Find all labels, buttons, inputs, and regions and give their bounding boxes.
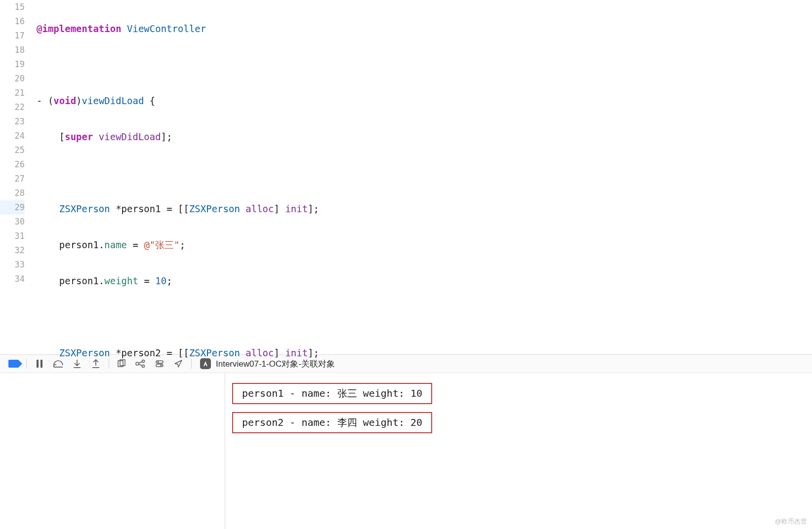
location-icon[interactable] <box>171 357 186 370</box>
process-name[interactable]: Interview07-1-OC对象-关联对象 <box>216 358 335 370</box>
svg-line-13 <box>139 364 142 366</box>
memory-graph-icon[interactable] <box>133 357 148 370</box>
line-number: 34 <box>0 272 25 286</box>
svg-rect-2 <box>54 367 63 368</box>
svg-line-12 <box>139 362 142 363</box>
separator <box>191 359 192 369</box>
line-number: 33 <box>0 258 25 272</box>
line-number: 18 <box>0 43 25 57</box>
breakpoint-toggle-icon[interactable] <box>6 357 21 370</box>
console-area[interactable]: person1 - name: 张三 weight: 10 person2 - … <box>0 373 812 529</box>
keyword: super <box>65 131 93 142</box>
line-number: 19 <box>0 57 25 72</box>
separator <box>26 359 27 369</box>
view-hierarchy-icon[interactable] <box>115 357 129 370</box>
line-number: 27 <box>0 172 25 186</box>
line-number: 22 <box>0 100 25 114</box>
code-editor[interactable]: 1516171819202122232425262728293031323334… <box>0 0 812 354</box>
svg-rect-14 <box>156 361 163 363</box>
svg-point-17 <box>161 365 162 366</box>
svg-point-11 <box>142 365 145 368</box>
line-number: 28 <box>0 186 25 200</box>
step-over-icon[interactable] <box>51 357 66 370</box>
app-icon <box>200 358 211 369</box>
line-number: 26 <box>0 157 25 172</box>
keyword: void <box>53 95 76 106</box>
svg-point-10 <box>142 360 145 363</box>
line-number: 29 <box>0 200 25 215</box>
svg-point-9 <box>136 362 139 365</box>
watermark: @欧币杰普 <box>775 517 807 526</box>
step-out-icon[interactable] <box>88 357 103 370</box>
line-number: 20 <box>0 72 25 86</box>
line-number: 21 <box>0 86 25 100</box>
environment-overrides-icon[interactable] <box>152 357 167 370</box>
line-number: 15 <box>0 0 25 14</box>
svg-rect-6 <box>92 367 99 368</box>
type-name: ViewController <box>127 23 206 34</box>
console-output: person1 - name: 张三 weight: 10 person2 - … <box>232 383 432 441</box>
step-into-icon[interactable] <box>70 357 84 370</box>
line-number: 23 <box>0 114 25 129</box>
method-call: viewDidLoad <box>99 131 161 142</box>
line-number: 25 <box>0 143 25 157</box>
svg-rect-4 <box>74 367 81 368</box>
svg-rect-0 <box>37 360 39 368</box>
line-number: 17 <box>0 29 25 43</box>
line-number: 32 <box>0 243 25 258</box>
line-number: 16 <box>0 14 25 29</box>
console-line: person1 - name: 张三 weight: 10 <box>232 383 432 404</box>
svg-rect-1 <box>41 360 42 368</box>
pane-divider[interactable] <box>225 373 225 529</box>
code-content[interactable]: @implementation ViewController - (void)v… <box>32 0 812 354</box>
line-number-gutter: 1516171819202122232425262728293031323334 <box>0 0 32 354</box>
keyword: @implementation <box>37 23 122 34</box>
line-number: 31 <box>0 229 25 243</box>
line-number: 24 <box>0 129 25 143</box>
separator <box>109 359 109 369</box>
console-line: person2 - name: 李四 weight: 20 <box>232 412 432 433</box>
svg-rect-15 <box>156 364 163 367</box>
line-number: 30 <box>0 215 25 229</box>
method-name: viewDidLoad <box>82 95 144 106</box>
pause-icon[interactable] <box>32 357 47 370</box>
svg-point-16 <box>158 361 159 363</box>
